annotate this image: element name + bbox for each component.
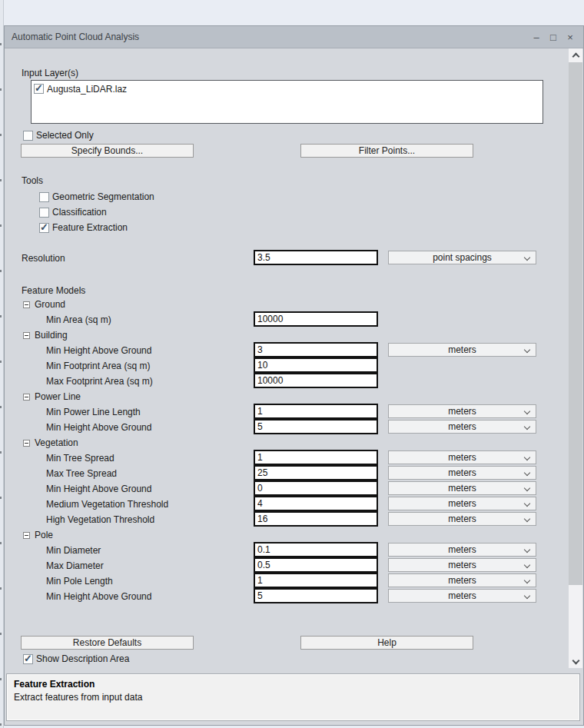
selected-only-checkbox[interactable]: Selected Only: [23, 129, 94, 141]
chevron-down-icon: [524, 454, 530, 460]
feature-group-header: Building: [23, 329, 68, 341]
feature-param-input[interactable]: [254, 404, 378, 419]
selected-only-label: Selected Only: [36, 130, 94, 141]
collapse-icon[interactable]: [23, 332, 30, 339]
feature-param-input[interactable]: [254, 557, 378, 573]
unit-dropdown[interactable]: meters: [388, 589, 536, 603]
chevron-down-icon: [524, 485, 530, 491]
feature-param-input[interactable]: [254, 357, 378, 373]
feature-param-input[interactable]: [254, 450, 378, 465]
vertical-scrollbar[interactable]: [569, 48, 582, 668]
unit-dropdown[interactable]: meters: [388, 558, 536, 572]
unit-dropdown[interactable]: meters: [388, 466, 536, 480]
layer-label: Augusta_LiDAR.laz: [47, 84, 127, 95]
dialog-automatic-point-cloud-analysis: Automatic Point Cloud Analysis – □ × Inp…: [4, 25, 584, 726]
unit-dropdown[interactable]: meters: [388, 573, 536, 587]
tool-checkbox[interactable]: Feature Extraction: [39, 221, 128, 234]
feature-param-label: Min Pole Length: [46, 576, 113, 587]
minimize-icon[interactable]: –: [529, 30, 543, 44]
unit-dropdown[interactable]: meters: [388, 420, 536, 434]
feature-param-input[interactable]: [254, 573, 378, 588]
chevron-up-icon: [572, 53, 579, 61]
checkbox-icon[interactable]: [23, 654, 33, 664]
tool-checkbox[interactable]: Classification: [39, 206, 107, 218]
specify-bounds-button[interactable]: Specify Bounds...: [21, 144, 194, 158]
unit-dropdown[interactable]: meters: [388, 497, 536, 510]
feature-group-name: Pole: [35, 530, 53, 540]
feature-param-label: Max Footprint Area (sq m): [46, 376, 153, 387]
unit-dropdown[interactable]: meters: [388, 543, 536, 557]
feature-param-input[interactable]: [254, 480, 378, 496]
scroll-up-button[interactable]: [569, 48, 582, 61]
chevron-down-icon: [524, 408, 530, 414]
input-layers-label: Input Layer(s): [22, 68, 78, 78]
feature-param-label: Min Area (sq m): [46, 314, 111, 325]
feature-group-name: Ground: [35, 299, 65, 310]
feature-group-name: Power Line: [35, 391, 81, 402]
chevron-down-icon: [524, 424, 530, 430]
unit-value: meters: [448, 467, 476, 478]
show-description-checkbox[interactable]: Show Description Area: [23, 653, 129, 665]
chevron-down-icon: [524, 500, 530, 507]
input-layer-list[interactable]: Augusta_LiDAR.laz: [31, 80, 543, 124]
unit-value: meters: [448, 483, 476, 494]
feature-param-label: Min Height Above Ground: [46, 591, 151, 602]
scrollbar-thumb[interactable]: [569, 62, 582, 585]
feature-param-input[interactable]: [254, 465, 378, 480]
tool-checkbox[interactable]: Geometric Segmentation: [39, 191, 154, 203]
feature-param-label: Min Power Line Length: [46, 407, 141, 417]
unit-dropdown[interactable]: meters: [388, 404, 536, 418]
unit-value: meters: [448, 590, 476, 601]
unit-value: meters: [448, 544, 476, 555]
checkbox-icon[interactable]: [39, 192, 49, 202]
checkbox-icon[interactable]: [34, 84, 44, 94]
tool-label: Classification: [52, 207, 107, 218]
tools-label: Tools: [22, 175, 43, 186]
chevron-down-icon: [524, 577, 530, 583]
feature-param-label: Min Height Above Ground: [46, 345, 151, 356]
feature-param-input[interactable]: [254, 588, 378, 603]
unit-value: meters: [448, 560, 476, 570]
feature-param-input[interactable]: [254, 311, 378, 327]
feature-param-input[interactable]: [254, 373, 378, 388]
unit-dropdown[interactable]: meters: [388, 343, 536, 357]
unit-value: meters: [448, 575, 476, 586]
feature-param-input[interactable]: [254, 542, 378, 557]
layer-list-item[interactable]: Augusta_LiDAR.laz: [34, 82, 540, 95]
feature-param-input[interactable]: [254, 342, 378, 357]
filter-points-button[interactable]: Filter Points...: [300, 144, 473, 158]
restore-defaults-button[interactable]: Restore Defaults: [21, 636, 194, 650]
checkbox-icon[interactable]: [23, 131, 33, 141]
checkbox-icon[interactable]: [39, 208, 49, 218]
feature-param-label: Max Tree Spread: [46, 468, 117, 479]
unit-dropdown[interactable]: meters: [388, 512, 536, 526]
feature-param-input[interactable]: [254, 419, 378, 434]
feature-param-input[interactable]: [254, 511, 378, 527]
close-icon[interactable]: ×: [563, 30, 577, 44]
feature-param-label: Min Height Above Ground: [46, 484, 151, 494]
collapse-icon[interactable]: [23, 301, 30, 308]
chevron-down-icon: [524, 547, 530, 553]
unit-dropdown[interactable]: meters: [388, 450, 536, 464]
unit-value: meters: [448, 452, 476, 463]
scroll-down-button[interactable]: [569, 655, 582, 668]
window-controls: – □ ×: [529, 30, 583, 44]
collapse-icon[interactable]: [23, 440, 30, 447]
tool-label: Feature Extraction: [52, 222, 128, 233]
collapse-icon[interactable]: [23, 394, 30, 401]
feature-param-label: Medium Vegetation Threshold: [46, 499, 168, 510]
resolution-input[interactable]: [254, 250, 378, 265]
chevron-down-icon: [524, 593, 530, 599]
description-text: Extract features from input data: [14, 692, 572, 703]
collapse-icon[interactable]: [23, 532, 30, 539]
unit-dropdown[interactable]: meters: [388, 481, 536, 495]
help-button[interactable]: Help: [300, 636, 473, 650]
checkbox-icon[interactable]: [39, 223, 49, 233]
feature-param-input[interactable]: [254, 496, 378, 511]
description-title: Feature Extraction: [14, 679, 572, 690]
resolution-unit-dropdown[interactable]: point spacings: [388, 251, 536, 264]
maximize-icon[interactable]: □: [546, 30, 560, 44]
titlebar[interactable]: Automatic Point Cloud Analysis – □ ×: [5, 26, 583, 48]
feature-param-label: Min Footprint Area (sq m): [46, 361, 150, 371]
feature-models-label: Feature Models: [22, 285, 85, 296]
